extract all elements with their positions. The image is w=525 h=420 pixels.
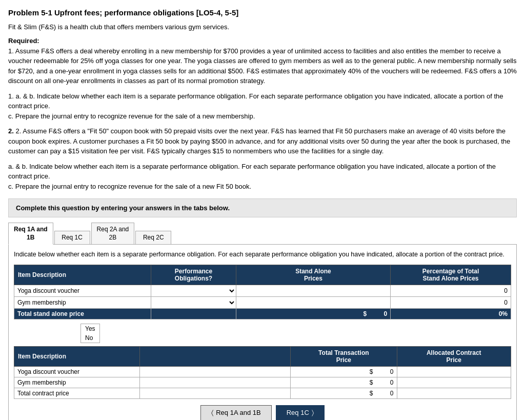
dropdown-area: Yes No [80,324,511,343]
row2-item: Gym membership [14,296,151,308]
tab-req-2a-2b[interactable]: Req 2A and2B [91,223,135,245]
row1-stand-alone[interactable] [236,285,390,296]
lower-total-col2[interactable] [139,388,290,398]
lower-total-allocated [397,388,511,398]
page-title: Problem 5-1 Upfront fees; performance ob… [8,8,517,17]
forward-arrow-icon: 〉 [312,409,314,417]
lower-row2: Gym membership $ 0 [14,377,511,388]
tab-req-2c[interactable]: Req 2C [135,231,171,245]
section1a-text: 1. a. & b. Indicate below whether each i… [8,92,503,110]
row2-stand-alone-input[interactable] [236,297,390,308]
dropdown-options: Yes No [80,324,100,343]
table-row: Yoga discount voucher Yes No 0 [14,285,511,296]
total-stand-alone: $ 0 [236,308,390,319]
lower-row1-col2-input[interactable] [140,367,290,377]
lower-row2-item: Gym membership [14,377,140,388]
tab-content: Indicate below whether each item is a se… [8,244,517,420]
lower-header-total: Total TransactionPrice [291,346,397,366]
total-item: Total stand alone price [14,308,151,319]
lower-header-allocated: Allocated ContractPrice [397,346,511,366]
lower-total-row: Total contract price $ 0 [14,388,511,398]
tab-req-1c[interactable]: Req 1C [54,231,90,245]
lower-row1-item: Yoga discount voucher [14,366,140,377]
lower-row1-allocated [397,366,511,377]
upper-table: Item Description PerformanceObligations?… [14,265,511,319]
row1-item: Yoga discount voucher [14,285,151,296]
tabs-row: Req 1A and1B Req 1C Req 2A and2B Req 2C [8,223,517,245]
back-button-label: Req 1A and 1B [216,409,260,416]
tab-req-1a-1b[interactable]: Req 1A and1B [8,223,53,245]
lower-total-item: Total contract price [14,388,140,398]
row1-perf-select[interactable]: Yes No [151,285,235,296]
lower-header-item: Item Description [14,346,140,366]
lower-total-col2-input[interactable] [140,388,290,398]
upper-header-pct: Percentage of TotalStand Alone Prices [391,265,511,285]
forward-button-label: Req 1C [287,409,309,416]
nav-buttons: 〈 Req 1A and 1B Req 1C 〉 [14,405,511,420]
total-perf [151,308,236,319]
section2c-text: c. Prepare the journal entry to recogniz… [8,183,251,190]
option-no[interactable]: No [81,333,99,343]
row1-perf-oblig[interactable]: Yes No [151,285,236,296]
upper-header-item: Item Description [14,265,151,285]
lower-row1-col2[interactable] [139,366,290,377]
forward-button[interactable]: Req 1C 〉 [276,405,325,420]
lower-row2-col2[interactable] [139,377,290,388]
section2ab-text: a. & b. Indicate below whether each item… [8,163,496,181]
section1c-text: c. Prepare the journal entry to recogniz… [8,112,255,120]
lower-row1: Yoga discount voucher $ 0 [14,366,511,377]
section1-text: 1. Assume F&S offers a deal whereby enro… [8,47,517,85]
lower-table: Item Description Total TransactionPrice … [14,346,511,399]
section2-text: 2. Assume F&S offers a "Fit 50" coupon b… [8,127,510,155]
lower-header-col2 [139,346,290,366]
lower-total-total: $ 0 [291,388,397,398]
row2-perf-select[interactable]: Yes No [151,297,235,308]
section2-num: 2. [8,127,14,135]
back-button[interactable]: 〈 Req 1A and 1B [200,405,271,420]
row1-pct: 0 [391,285,511,296]
option-yes[interactable]: Yes [81,324,99,333]
total-pct: 0% [391,308,511,319]
upper-header-perf: PerformanceObligations? [151,265,236,285]
complete-box: Complete this question by entering your … [8,198,517,217]
total-row: Total stand alone price $ 0 0% [14,308,511,319]
table-row: Gym membership Yes No 0 [14,296,511,308]
lower-row1-total: $ 0 [291,366,397,377]
tab-description: Indicate below whether each item is a se… [14,250,511,259]
upper-header-stand: Stand AlonePrices [236,265,390,285]
row2-pct: 0 [391,296,511,308]
lower-row2-col2-input[interactable] [140,377,290,388]
row1-stand-alone-input[interactable] [236,286,390,296]
required-label: Required: [8,37,39,45]
row2-perf-oblig[interactable]: Yes No [151,296,236,308]
lower-row2-allocated [397,377,511,388]
back-arrow-icon: 〈 [211,409,213,417]
intro-text: Fit & Slim (F&S) is a health club that o… [8,23,517,31]
lower-row2-total: $ 0 [291,377,397,388]
row2-stand-alone[interactable] [236,296,390,308]
